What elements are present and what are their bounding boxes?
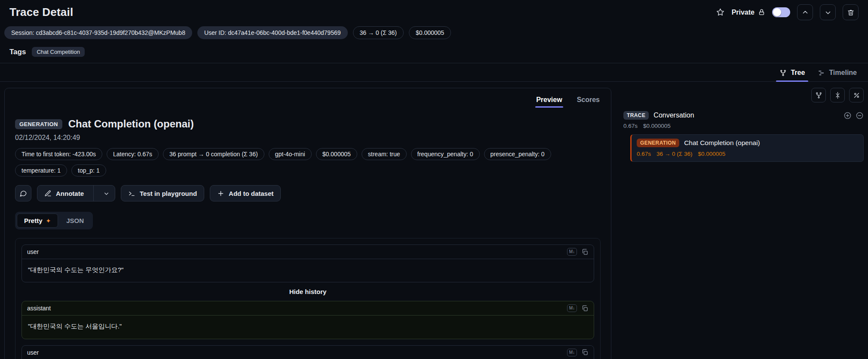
- message-role: user: [27, 248, 39, 255]
- trace-tree-panel: TRACE Conversation 0.67s $0.000005 GENER: [623, 88, 864, 162]
- observation-header: GENERATION Chat Completion (openai): [15, 118, 601, 130]
- trace-root-row[interactable]: TRACE Conversation: [623, 111, 864, 120]
- observation-timestamp: 02/12/2024, 14:20:49: [15, 134, 601, 142]
- plus-icon: [217, 190, 224, 197]
- public-share-toggle[interactable]: [772, 7, 790, 17]
- circle-minus-icon: [856, 111, 864, 120]
- message-content: "대한민국의 수도는 무엇인가요?": [22, 259, 594, 282]
- tab-preview[interactable]: Preview: [535, 94, 563, 108]
- trace-cost: $0.000005: [643, 123, 671, 129]
- metric-pill: presence_penalty: 0: [484, 148, 551, 160]
- format-switcher: Pretty ✦ JSON: [15, 212, 93, 229]
- json-label: JSON: [66, 217, 84, 224]
- copy-button[interactable]: [581, 349, 589, 356]
- hide-history-button[interactable]: Hide history: [21, 288, 594, 295]
- previous-trace-button[interactable]: [797, 4, 813, 20]
- message-tools: M↓: [567, 248, 589, 256]
- top-bar: Trace Detail Private: [0, 0, 868, 24]
- token-usage-badge: 36 → 0 (Σ 36): [353, 26, 404, 39]
- markdown-toggle-icon[interactable]: M↓: [567, 248, 577, 256]
- tab-tree[interactable]: Tree: [774, 65, 810, 81]
- chevron-down-icon: [103, 190, 110, 197]
- node-header: GENERATION Chat Completion (openai): [637, 139, 858, 147]
- copy-icon: [581, 248, 589, 256]
- node-type-badge: GENERATION: [637, 139, 679, 147]
- page-title: Trace Detail: [9, 6, 73, 19]
- sparkle-icon: ✦: [46, 217, 51, 224]
- tag-badge[interactable]: Chat Competition: [32, 47, 84, 57]
- node-cost: $0.000005: [698, 151, 725, 157]
- panel-tabs: Preview Scores: [15, 94, 601, 108]
- collapse-all-button[interactable]: [830, 88, 845, 102]
- metric-pill: 36 prompt → 0 completion (Σ 36): [163, 148, 264, 160]
- pretty-label: Pretty: [24, 217, 43, 224]
- metric-pill: stream: true: [362, 148, 407, 160]
- message-role: user: [27, 349, 39, 356]
- metric-pill: frequency_penalty: 0: [411, 148, 480, 160]
- metric-pill: $0.000005: [316, 148, 357, 160]
- message-card-user-2: user M↓ "감사합니다 ": [21, 345, 594, 359]
- message-content: "대한민국의 수도는 서울입니다.": [22, 316, 594, 338]
- add-to-dataset-button[interactable]: Add to dataset: [210, 185, 281, 201]
- show-graph-button[interactable]: [811, 88, 826, 102]
- tab-json[interactable]: JSON: [59, 214, 91, 228]
- node-tokens: 36 → 0 (Σ 36): [656, 151, 692, 157]
- session-badge[interactable]: Session: cd3abcd6-c81c-4037-935d-19d9f27…: [4, 26, 192, 39]
- metric-pill: gpt-4o-mini: [269, 148, 312, 160]
- timeline-icon: [818, 69, 825, 77]
- tab-scores[interactable]: Scores: [576, 94, 601, 108]
- metric-pill: top_p: 1: [71, 164, 106, 176]
- message-card-user-1: user M↓ "대한민국의 수도는 무엇인가요?": [21, 244, 594, 282]
- chevron-up-icon: [801, 9, 809, 16]
- fork-icon: [815, 92, 822, 99]
- copy-icon: [581, 305, 589, 312]
- markdown-toggle-icon[interactable]: M↓: [567, 304, 577, 312]
- tab-timeline-label: Timeline: [829, 69, 857, 77]
- annotate-button[interactable]: Annotate: [37, 185, 115, 201]
- node-latency: 0.67s: [637, 151, 651, 157]
- test-in-playground-button[interactable]: Test in playground: [121, 185, 204, 201]
- tab-tree-label: Tree: [791, 69, 805, 77]
- collapse-node-button[interactable]: [856, 111, 864, 120]
- toggle-metrics-button[interactable]: [849, 88, 864, 102]
- message-tools: M↓: [567, 349, 589, 356]
- io-preview: user M↓ "대한민국의 수도는 무엇인가요?" Hide history …: [15, 238, 601, 359]
- next-trace-button[interactable]: [820, 4, 836, 20]
- privacy-control: Private: [732, 9, 765, 16]
- toggle-knob: [773, 8, 781, 16]
- circle-plus-icon: [843, 111, 852, 120]
- observation-actions: Annotate Test in playground Add to datas…: [15, 185, 601, 201]
- tags-row: Tags Chat Competition: [0, 43, 868, 63]
- star-icon: [716, 8, 725, 17]
- annotate-label: Annotate: [56, 190, 84, 197]
- copy-button[interactable]: [581, 305, 589, 312]
- spacer: [21, 339, 594, 345]
- trace-row-actions: [843, 111, 864, 120]
- comments-button[interactable]: [15, 185, 31, 201]
- message-header: assistant M↓: [22, 301, 594, 316]
- message-tools: M↓: [567, 304, 589, 312]
- chevron-down-icon: [824, 9, 832, 16]
- tree-toolbar: [623, 88, 864, 102]
- add-to-dataset-label: Add to dataset: [229, 190, 273, 197]
- delete-trace-button[interactable]: [843, 4, 859, 20]
- tab-pretty[interactable]: Pretty ✦: [17, 214, 58, 228]
- markdown-toggle-icon[interactable]: M↓: [567, 349, 577, 356]
- trace-latency: 0.67s: [623, 123, 638, 129]
- tree-node-generation[interactable]: GENERATION Chat Completion (openai) 0.67…: [630, 134, 864, 162]
- tags-label: Tags: [9, 48, 26, 56]
- copy-button[interactable]: [581, 248, 589, 256]
- view-switcher: Tree Timeline: [0, 63, 868, 82]
- annotate-dropdown-button[interactable]: [98, 190, 115, 197]
- trace-type-badge: TRACE: [623, 111, 649, 120]
- tab-timeline[interactable]: Timeline: [813, 65, 862, 81]
- main-content: Preview Scores GENERATION Chat Completio…: [0, 82, 868, 359]
- observation-type-badge: GENERATION: [15, 119, 62, 129]
- trace-metrics: 0.67s $0.000005: [623, 123, 864, 129]
- node-metrics: 0.67s 36 → 0 (Σ 36) $0.000005: [637, 151, 858, 157]
- expand-all-button[interactable]: [843, 111, 852, 120]
- playground-label: Test in playground: [140, 190, 197, 197]
- star-button[interactable]: [716, 8, 725, 17]
- pencil-icon: [44, 190, 52, 197]
- user-id-badge[interactable]: User ID: dc47a41e-06bc-400d-bde1-f0e440d…: [197, 26, 348, 39]
